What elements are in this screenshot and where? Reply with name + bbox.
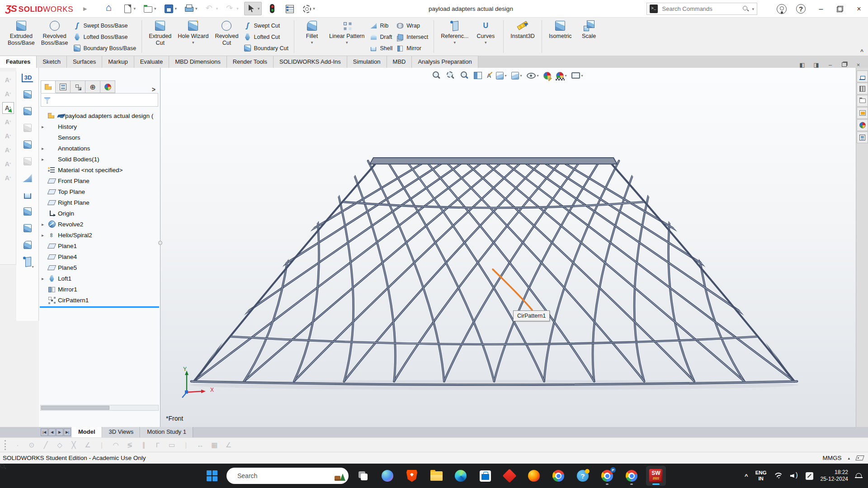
shell-button[interactable]: Shell <box>369 42 392 54</box>
caret-down-icon[interactable]: ▾ <box>485 40 487 45</box>
question-app-taskbar-button[interactable]: ? <box>573 466 593 486</box>
chain-annotation-button[interactable]: A° <box>2 172 14 184</box>
pen-input-icon[interactable] <box>806 472 813 480</box>
solidworks-2022-taskbar-button[interactable]: SW2022 <box>646 466 666 486</box>
ghost-block-2-button[interactable] <box>20 155 35 168</box>
search-commands-input[interactable] <box>661 5 743 13</box>
start-button[interactable] <box>202 466 222 486</box>
tree-item-material-not-specified[interactable]: Material <not specified> <box>39 164 160 175</box>
mirror-button[interactable]: Mirror <box>396 42 428 54</box>
tab-mbd-dimensions[interactable]: MBD Dimensions <box>169 56 226 68</box>
display-style-button[interactable]: ▾ <box>510 71 523 80</box>
tree-item-loft1[interactable]: ▸Loft1 <box>39 273 160 284</box>
select-button[interactable]: ▾ <box>244 2 262 15</box>
tab-mbd[interactable]: MBD <box>387 56 412 68</box>
extruded-cut-button[interactable]: ExtrudedCut <box>146 19 175 47</box>
tab-property-manager[interactable] <box>56 80 71 93</box>
hole-wizard-tool-button[interactable] <box>20 222 35 235</box>
home-button[interactable] <box>857 70 868 82</box>
tab-render-tools[interactable]: Render Tools <box>227 56 274 68</box>
doc-minimize-icon[interactable]: – <box>827 61 834 68</box>
caret-down-icon[interactable]: ▾ <box>311 40 313 45</box>
zoom-to-fit-button[interactable] <box>431 70 442 81</box>
chrome-profile-2-taskbar-button[interactable] <box>622 466 642 486</box>
wifi-icon[interactable] <box>774 473 783 479</box>
pane-left-icon[interactable]: ◧ <box>799 61 806 68</box>
sketch-gear-button[interactable] <box>20 88 35 101</box>
grid-tool-icon[interactable]: ▦ <box>211 441 217 449</box>
intersect-button[interactable]: Intersect <box>396 31 428 42</box>
revolved-boss-base-button[interactable]: RevolvedBoss/Base <box>38 19 71 47</box>
tab-model[interactable]: Model <box>71 427 102 437</box>
circle-tool-icon[interactable]: ⊙ <box>28 441 35 449</box>
tree-item-plane5[interactable]: Plane5 <box>39 262 160 273</box>
caret-down-icon[interactable]: ▾ <box>134 6 136 11</box>
export-annotation-button[interactable]: A° <box>2 102 14 114</box>
reference-geometry-tool-button[interactable]: ▾ <box>20 255 35 268</box>
polygon-tool-icon[interactable]: ◇ <box>57 441 63 449</box>
chrome-taskbar-button[interactable] <box>548 466 568 486</box>
doc-restore-icon[interactable] <box>841 61 848 68</box>
tree-item-front-plane[interactable]: Front Plane <box>39 175 160 186</box>
draft-button[interactable]: Draft <box>369 31 392 42</box>
boundary-boss-base-button[interactable]: Boundary Boss/Base <box>73 42 137 54</box>
undo-button[interactable]: ▾ <box>203 2 220 15</box>
mirror-tool-icon[interactable]: ≶ <box>127 441 133 449</box>
fillet-button[interactable]: Fillet▾ <box>298 19 326 46</box>
close-button[interactable]: × <box>855 5 863 13</box>
tree-item-plane4[interactable]: Plane4 <box>39 251 160 262</box>
tab-configuration-manager[interactable] <box>71 80 85 93</box>
brave-taskbar-button[interactable] <box>402 466 422 486</box>
previous-view-button[interactable] <box>459 70 470 81</box>
edge-taskbar-button[interactable] <box>451 466 471 486</box>
expand-arrow-icon[interactable]: ▸ <box>42 276 47 281</box>
caret-down-icon[interactable]: ▾ <box>32 265 33 269</box>
nav-first-button[interactable]: |◀ <box>41 428 48 436</box>
tree-item-cirpattern1[interactable]: CirPattern1 <box>39 295 160 305</box>
referenc-button[interactable]: Referenc...▾ <box>438 19 472 46</box>
tab-features[interactable]: Features <box>0 56 37 68</box>
tree-item-history[interactable]: ▸History <box>39 121 160 132</box>
copy-annotation-button[interactable]: A° <box>2 144 14 156</box>
new-document-button[interactable]: ▾ <box>121 2 138 15</box>
add-annotation-button[interactable]: A° <box>2 116 14 128</box>
payload-adapter-model[interactable] <box>160 68 856 427</box>
performance-pipeline-button[interactable] <box>265 2 279 15</box>
scale-button[interactable]: Scale <box>575 19 603 41</box>
tab-motion-study-1[interactable]: Motion Study 1 <box>140 427 193 437</box>
caret-down-icon[interactable]: ▾ <box>154 6 156 11</box>
tab-analysis-preparation[interactable]: Analysis Preparation <box>412 56 478 68</box>
view-orientation-button[interactable]: ▾ <box>495 71 507 80</box>
lofted-cut-button[interactable]: Lofted Cut <box>244 31 288 42</box>
boundary-cut-button[interactable]: Boundary Cut <box>244 42 288 54</box>
menu-flyout-arrow-icon[interactable]: ▶ <box>83 6 87 12</box>
expand-arrow-icon[interactable]: ▸ <box>42 146 47 151</box>
tree-item-helix-spiral2[interactable]: ▸Helix/Spiral2 <box>39 230 160 240</box>
lofted-boss-base-button[interactable]: Lofted Boss/Base <box>73 31 137 42</box>
caret-down-icon[interactable]: ▾ <box>454 40 456 45</box>
file-explorer-button[interactable] <box>857 95 868 107</box>
expand-arrow-icon[interactable]: ▸ <box>42 233 47 238</box>
appearances-scenes-button[interactable] <box>857 119 868 131</box>
tree-item-origin[interactable]: Origin <box>39 208 160 219</box>
blue-block-button[interactable] <box>20 138 35 151</box>
print-button[interactable]: ▾ <box>182 2 199 15</box>
design-library-button[interactable] <box>857 83 868 94</box>
firefox-taskbar-button[interactable] <box>524 466 544 486</box>
tag-icon[interactable] <box>855 455 864 460</box>
dimension-tool-icon[interactable]: ↔ <box>197 441 203 449</box>
pane-right-icon[interactable]: ◨ <box>813 61 820 68</box>
help-icon[interactable]: ? <box>796 4 806 14</box>
caret-down-icon[interactable]: ▾ <box>313 6 315 11</box>
flatten-tool-button[interactable] <box>20 188 35 201</box>
microsoft-store-taskbar-button[interactable] <box>475 466 495 486</box>
line-tool-icon[interactable]: ╱ <box>42 441 49 449</box>
chrome-profile-p-taskbar-button[interactable]: P <box>597 466 617 486</box>
highlight-annotation-button[interactable]: A° <box>2 158 14 170</box>
section-view-button[interactable] <box>473 71 483 80</box>
minimize-button[interactable]: – <box>817 5 825 13</box>
tree-item-solid-bodies-1[interactable]: ▸Solid Bodies(1) <box>39 154 160 164</box>
account-icon[interactable] <box>776 4 787 14</box>
isometric-button[interactable]: Isometric <box>546 19 575 41</box>
extruded-boss-base-button[interactable]: ExtrudedBoss/Base <box>5 19 38 47</box>
